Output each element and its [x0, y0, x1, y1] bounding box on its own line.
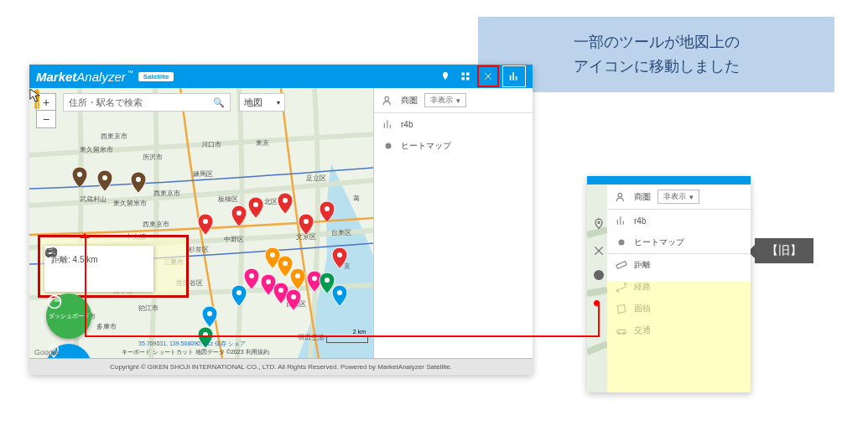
area-icon [616, 303, 627, 314]
coords-readout: 35.709031, 139.568090, 11z 保存 シェア [138, 340, 246, 348]
bar-chart-icon [382, 118, 394, 130]
svg-point-44 [136, 177, 141, 182]
svg-text:多摩市: 多摩市 [96, 323, 117, 330]
svg-point-47 [203, 219, 208, 224]
svg-point-3 [616, 290, 618, 292]
banner-line1: 一部のツールが地図上の [574, 30, 740, 55]
svg-point-55 [295, 273, 300, 278]
radio-icon[interactable] [594, 270, 604, 280]
side-heat[interactable]: ヒートマップ [401, 140, 451, 152]
svg-point-57 [249, 273, 254, 278]
footer: Copyright © GIKEN SHOJI INTERNATIONAL CO… [29, 358, 533, 375]
svg-point-61 [236, 290, 242, 295]
heatmap-icon [382, 140, 394, 152]
old-area[interactable]: 面積 [634, 303, 651, 314]
svg-text:板橋区: 板橋区 [217, 195, 238, 203]
old-hihyo-select[interactable]: 非表示▾ [657, 190, 699, 204]
google-logo: Google [34, 348, 59, 356]
toolbox-car-icon[interactable] [44, 246, 58, 259]
annotation-arrow [86, 335, 598, 337]
annotation-arrow-right [598, 302, 600, 337]
chart-icon[interactable] [502, 65, 526, 87]
app-header: MarketAnalyzer™ Satellite [29, 65, 533, 88]
svg-text:北区: 北区 [264, 198, 278, 205]
svg-point-79 [386, 143, 392, 149]
side-hihyo-select[interactable]: 非表示▾ [424, 93, 466, 107]
svg-point-51 [304, 219, 309, 224]
grid-icon[interactable] [455, 66, 476, 86]
route-icon [616, 281, 627, 293]
ruler-icon [616, 259, 627, 271]
shoken-icon [382, 95, 394, 107]
svg-point-63 [325, 278, 330, 283]
svg-text:武蔵村山: 武蔵村山 [80, 195, 107, 203]
svg-point-52 [325, 206, 330, 211]
svg-point-48 [236, 210, 242, 216]
svg-text:葛: 葛 [353, 195, 360, 202]
svg-point-53 [270, 252, 275, 257]
maptype-select[interactable]: 地図▾ [239, 93, 285, 112]
svg-rect-69 [34, 102, 36, 108]
old-distance[interactable]: 距離 [634, 259, 651, 271]
svg-point-45 [102, 175, 107, 180]
floating-toolbox: 距離: 4.5 km [38, 235, 189, 298]
search-icon[interactable]: 🔍 [213, 97, 225, 108]
map-canvas[interactable]: 西東京市東久留米市所沢市川口市東京練馬区西東京市東久留米市武蔵村山板橋区北区足立… [29, 88, 373, 358]
svg-point-1 [619, 240, 625, 246]
satellite-badge: Satellite [138, 72, 174, 81]
svg-point-60 [291, 294, 296, 299]
old-route[interactable]: 経路 [634, 281, 651, 293]
svg-point-50 [283, 198, 288, 203]
scale-bar: 2 km [326, 336, 368, 343]
svg-text:川口市: 川口市 [201, 141, 221, 148]
old-shoken: 商圏 [634, 191, 651, 203]
cursor-icon [29, 88, 41, 103]
svg-text:東京: 東京 [256, 139, 269, 147]
svg-rect-11 [466, 73, 470, 76]
svg-point-54 [283, 261, 288, 266]
svg-text:西東京市: 西東京市 [143, 221, 169, 228]
tools-icon[interactable] [591, 243, 606, 258]
svg-point-66 [337, 290, 342, 295]
svg-text:西東京市: 西東京市 [153, 190, 180, 197]
svg-text:中野区: 中野区 [224, 236, 244, 243]
svg-point-0 [618, 193, 622, 197]
old-side-icons [589, 216, 609, 280]
svg-point-49 [253, 202, 258, 207]
svg-rect-12 [462, 77, 465, 81]
old-traffic[interactable]: 交通 [634, 325, 651, 336]
old-label: 【旧】 [755, 238, 813, 263]
svg-text:狛江市: 狛江市 [138, 304, 159, 312]
svg-text:台東区: 台東区 [331, 229, 351, 236]
bar-chart-icon [616, 215, 627, 226]
tools-icon-highlighted[interactable] [477, 65, 499, 87]
svg-point-65 [337, 252, 342, 257]
svg-point-62 [207, 311, 212, 316]
svg-point-78 [385, 96, 389, 101]
svg-point-4 [625, 283, 626, 284]
side-shoken: 商圏 [401, 95, 418, 107]
heatmap-icon [616, 236, 627, 248]
svg-text:所沢市: 所沢市 [143, 153, 163, 161]
search-input[interactable]: 住所・駅名で検索🔍 [63, 93, 231, 112]
svg-point-59 [278, 288, 283, 293]
old-heat: ヒートマップ [634, 236, 684, 248]
svg-text:練馬区: 練馬区 [192, 170, 213, 178]
svg-text:東久留米市: 東久留米市 [80, 146, 113, 153]
svg-point-58 [266, 279, 271, 284]
svg-text:杉並区: 杉並区 [188, 246, 209, 253]
svg-rect-70 [38, 102, 39, 108]
svg-text:西東京市: 西東京市 [101, 133, 127, 140]
svg-text:京: 京 [344, 262, 351, 270]
svg-point-56 [312, 276, 317, 281]
marker-icon[interactable] [435, 66, 455, 86]
pin-icon[interactable] [591, 216, 606, 231]
side-r4b[interactable]: r4b [401, 120, 413, 129]
banner-line2: アイコンに移動しました [574, 55, 740, 79]
toolbox-card: 距離: 4.5 km [44, 246, 153, 292]
svg-point-9 [598, 221, 600, 223]
zoom-out[interactable]: − [37, 111, 55, 127]
map-credits: キーボード ショートカット 地図データ ©2023 利用規約 [122, 348, 269, 356]
old-panel: 商圏非表示▾ r4b ヒートマップ 距離 経路 面積 交通 [587, 176, 751, 392]
old-r4b: r4b [634, 216, 646, 226]
